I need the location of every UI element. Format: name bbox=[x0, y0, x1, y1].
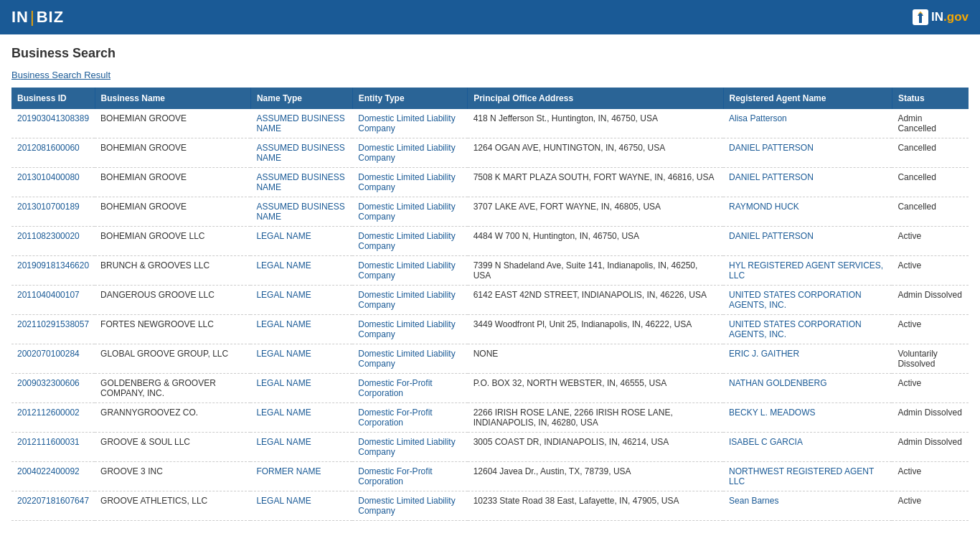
name-type-cell: ASSUMED BUSINESS NAME bbox=[250, 109, 352, 138]
agent-cell: DANIEL PATTERSON bbox=[723, 168, 892, 197]
table-body: 201903041308389BOHEMIAN GROOVEASSUMED BU… bbox=[11, 109, 969, 521]
page-title: Business Search bbox=[11, 46, 969, 61]
entity-type-cell: Domestic Limited Liability Company bbox=[352, 315, 467, 344]
business-name-cell: BRUNCH & GROOVES LLC bbox=[95, 256, 250, 286]
table-row: 2012112600002GRANNYGROOVEZ CO.LEGAL NAME… bbox=[11, 403, 969, 433]
agent-cell: ERIC J. GAITHER bbox=[723, 344, 892, 374]
business-name-cell: GROOVE ATHLETICS, LLC bbox=[95, 491, 250, 521]
page-content: Business Search Business Search Result B… bbox=[0, 34, 980, 521]
ingov-logo[interactable]: IN.gov bbox=[913, 9, 969, 25]
business-name-cell: FORTES NEWGROOVE LLC bbox=[95, 315, 250, 344]
address-cell: 3707 LAKE AVE, FORT WAYNE, IN, 46805, US… bbox=[468, 197, 723, 227]
address-cell: P.O. BOX 32, NORTH WEBSTER, IN, 46555, U… bbox=[468, 374, 723, 403]
business-name-cell: GRANNYGROOVEZ CO. bbox=[95, 403, 250, 433]
entity-type-cell: Domestic Limited Liability Company bbox=[352, 491, 467, 521]
agent-cell: HYL REGISTERED AGENT SERVICES, LLC bbox=[723, 256, 892, 286]
business-name-cell: GOLDENBERG & GROOVER COMPANY, INC. bbox=[95, 374, 250, 403]
table-row: 202110291538057FORTES NEWGROOVE LLCLEGAL… bbox=[11, 315, 969, 344]
status-cell: Active bbox=[892, 256, 969, 286]
header: IN|BIZ IN.gov bbox=[0, 0, 980, 34]
table-row: 201909181346620BRUNCH & GROOVES LLCLEGAL… bbox=[11, 256, 969, 286]
address-cell: 6142 EAST 42ND STREET, INDIANAPOLIS, IN,… bbox=[468, 286, 723, 315]
status-cell: Admin Dissolved bbox=[892, 433, 969, 462]
entity-type-cell: Domestic Limited Liability Company bbox=[352, 344, 467, 374]
table-row: 2012081600060BOHEMIAN GROOVEASSUMED BUSI… bbox=[11, 138, 969, 168]
name-type-cell: LEGAL NAME bbox=[250, 433, 352, 462]
business-id-link[interactable]: 201909181346620 bbox=[17, 260, 89, 270]
entity-type-cell: Domestic Limited Liability Company bbox=[352, 227, 467, 256]
table-row: 2011082300020BOHEMIAN GROOVE LLCLEGAL NA… bbox=[11, 227, 969, 256]
business-id-link[interactable]: 202207181607647 bbox=[17, 496, 89, 506]
status-cell: Active bbox=[892, 315, 969, 344]
business-id-link[interactable]: 2009032300606 bbox=[17, 378, 80, 388]
address-cell: 12604 Javea Dr., Austin, TX, 78739, USA bbox=[468, 462, 723, 491]
business-id-link[interactable]: 2012111600031 bbox=[17, 437, 80, 447]
agent-cell: DANIEL PATTERSON bbox=[723, 227, 892, 256]
status-cell: Active bbox=[892, 227, 969, 256]
business-name-cell: DANGEROUS GROOVE LLC bbox=[95, 286, 250, 315]
results-table-container: Business ID Business Name Name Type Enti… bbox=[11, 88, 969, 521]
name-type-cell: LEGAL NAME bbox=[250, 227, 352, 256]
agent-cell: Sean Barnes bbox=[723, 491, 892, 521]
name-type-cell: ASSUMED BUSINESS NAME bbox=[250, 138, 352, 168]
col-business-id: Business ID bbox=[11, 88, 95, 109]
table-row: 2012111600031GROOVE & SOUL LLCLEGAL NAME… bbox=[11, 433, 969, 462]
business-name-cell: GLOBAL GROOVE GROUP, LLC bbox=[95, 344, 250, 374]
name-type-cell: LEGAL NAME bbox=[250, 315, 352, 344]
logo-text: IN|BIZ bbox=[11, 8, 64, 27]
business-id-link[interactable]: 2002070100284 bbox=[17, 349, 80, 359]
entity-type-cell: Domestic For-Profit Corporation bbox=[352, 374, 467, 403]
business-id-link[interactable]: 2013010700189 bbox=[17, 202, 80, 212]
agent-cell: UNITED STATES CORPORATION AGENTS, INC. bbox=[723, 286, 892, 315]
agent-cell: BECKY L. MEADOWS bbox=[723, 403, 892, 433]
table-row: 2009032300606GOLDENBERG & GROOVER COMPAN… bbox=[11, 374, 969, 403]
agent-cell: UNITED STATES CORPORATION AGENTS, INC. bbox=[723, 315, 892, 344]
address-cell: 7399 N Shadeland Ave, Suite 141, Indiana… bbox=[468, 256, 723, 286]
entity-type-cell: Domestic Limited Liability Company bbox=[352, 109, 467, 138]
status-cell: Admin Cancelled bbox=[892, 109, 969, 138]
ingov-label: IN.gov bbox=[931, 10, 969, 24]
col-status: Status bbox=[892, 88, 969, 109]
business-id-link[interactable]: 2004022400092 bbox=[17, 466, 80, 476]
agent-cell: ISABEL C GARCIA bbox=[723, 433, 892, 462]
col-business-name: Business Name bbox=[95, 88, 250, 109]
table-row: 201903041308389BOHEMIAN GROOVEASSUMED BU… bbox=[11, 109, 969, 138]
agent-cell: RAYMOND HUCK bbox=[723, 197, 892, 227]
agent-cell: Alisa Patterson bbox=[723, 109, 892, 138]
address-cell: 418 N Jefferson St., Huntington, IN, 467… bbox=[468, 109, 723, 138]
logo[interactable]: IN|BIZ bbox=[11, 8, 64, 27]
business-id-link[interactable]: 202110291538057 bbox=[17, 319, 89, 329]
name-type-cell: LEGAL NAME bbox=[250, 491, 352, 521]
business-id-link[interactable]: 2012112600002 bbox=[17, 408, 80, 418]
status-cell: Cancelled bbox=[892, 138, 969, 168]
table-row: 2004022400092GROOVE 3 INCFORMER NAMEDome… bbox=[11, 462, 969, 491]
status-cell: Cancelled bbox=[892, 197, 969, 227]
business-id-link[interactable]: 201903041308389 bbox=[17, 113, 89, 123]
address-cell: 4484 W 700 N, Huntington, IN, 46750, USA bbox=[468, 227, 723, 256]
business-id-link[interactable]: 2013010400080 bbox=[17, 172, 80, 182]
address-cell: 3449 Woodfront Pl, Unit 25, Indianapolis… bbox=[468, 315, 723, 344]
entity-type-cell: Domestic For-Profit Corporation bbox=[352, 462, 467, 491]
col-entity-type: Entity Type bbox=[352, 88, 467, 109]
address-cell: NONE bbox=[468, 344, 723, 374]
entity-type-cell: Domestic Limited Liability Company bbox=[352, 197, 467, 227]
col-agent: Registered Agent Name bbox=[723, 88, 892, 109]
col-address: Principal Office Address bbox=[468, 88, 723, 109]
breadcrumb[interactable]: Business Search Result bbox=[11, 70, 969, 80]
status-cell: Cancelled bbox=[892, 168, 969, 197]
entity-type-cell: Domestic For-Profit Corporation bbox=[352, 403, 467, 433]
address-cell: 1264 OGAN AVE, HUNTINGTON, IN, 46750, US… bbox=[468, 138, 723, 168]
business-id-link[interactable]: 2011040400107 bbox=[17, 290, 80, 300]
name-type-cell: LEGAL NAME bbox=[250, 256, 352, 286]
address-cell: 3005 COAST DR, INDIANAPOLIS, IN, 46214, … bbox=[468, 433, 723, 462]
business-name-cell: BOHEMIAN GROOVE bbox=[95, 138, 250, 168]
business-name-cell: BOHEMIAN GROOVE bbox=[95, 168, 250, 197]
table-row: 2013010400080BOHEMIAN GROOVEASSUMED BUSI… bbox=[11, 168, 969, 197]
agent-cell: NATHAN GOLDENBERG bbox=[723, 374, 892, 403]
business-id-link[interactable]: 2011082300020 bbox=[17, 231, 80, 241]
entity-type-cell: Domestic Limited Liability Company bbox=[352, 286, 467, 315]
name-type-cell: LEGAL NAME bbox=[250, 374, 352, 403]
address-cell: 10233 State Road 38 East, Lafayette, IN,… bbox=[468, 491, 723, 521]
business-id-link[interactable]: 2012081600060 bbox=[17, 143, 80, 153]
results-table: Business ID Business Name Name Type Enti… bbox=[11, 88, 969, 521]
